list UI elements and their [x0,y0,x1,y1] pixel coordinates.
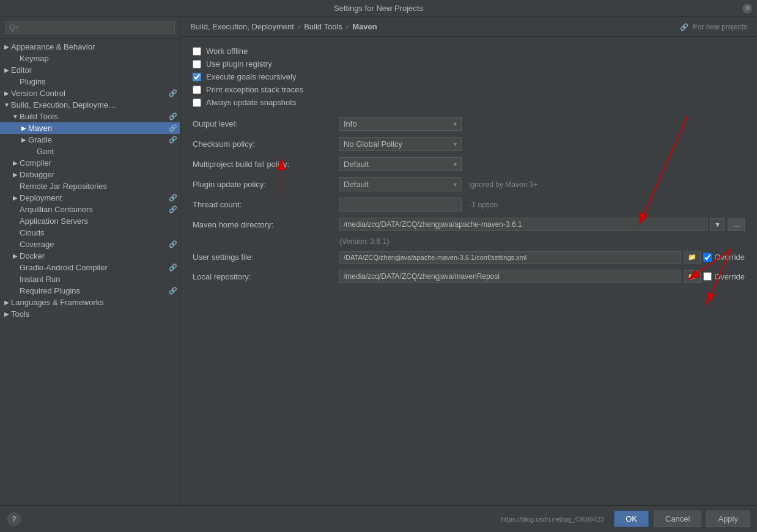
thread-count-control: -T option [339,198,745,212]
sidebar-item-label: Instant Run [20,275,177,284]
checksum-policy-select[interactable]: No Global PolicyFailWarnIgnore [339,137,462,151]
checkbox-label-work-offline[interactable]: Work offline [206,46,248,56]
maven-home-dropdown-btn[interactable]: ▼ [710,218,725,231]
help-button[interactable]: ? [7,512,21,526]
right-panel: Build, Execution, Deployment › Build Too… [180,17,757,505]
local-repo-control: /media/zcq/DATA/ZCQ/zhengjava/mavenRepos… [339,270,745,283]
checksum-policy-row: Checksum policy: No Global PolicyFailWar… [193,137,745,151]
local-repo-override-checkbox[interactable] [703,272,712,281]
checkbox-print-exceptions[interactable] [193,86,201,94]
checkbox-execute-goals[interactable] [193,73,201,81]
multiproject-fail-select[interactable]: DefaultFail At EndFail FastNever [339,157,462,171]
user-settings-override-checkbox[interactable] [703,253,712,262]
search-input[interactable] [5,21,175,34]
sidebar-item-gradle[interactable]: ▶Gradle🔗 [0,134,180,146]
url-text: https://blog.csdn.net/qq_43666423 [501,515,604,523]
main-content: ▶Appearance & BehaviorKeymap▶EditorPlugi… [0,17,757,505]
sidebar-item-maven[interactable]: ▶Maven🔗 [0,122,180,134]
sidebar-item-label: Docker [20,251,177,260]
sidebar-item-label: Required Plugins [20,286,166,295]
sidebar: ▶Appearance & BehaviorKeymap▶EditorPlugi… [0,17,180,505]
arrow-icon [11,287,20,295]
sidebar-item-version-control[interactable]: ▶Version Control🔗 [0,87,180,99]
sidebar-item-required-plugins[interactable]: Required Plugins🔗 [0,285,180,297]
output-level-row: Output level: InfoDebugQuiet [193,117,745,131]
arrow-icon: ▶ [11,194,20,202]
sidebar-item-debugger[interactable]: ▶Debugger [0,169,180,180]
sidebar-item-gradle-android[interactable]: Gradle-Android Compiler🔗 [0,262,180,273]
maven-home-browse-btn[interactable]: ... [728,218,745,231]
sidebar-item-keymap[interactable]: Keymap [0,53,180,64]
checkbox-always-update[interactable] [193,98,201,107]
user-settings-label: User settings file: [193,253,339,262]
link-icon: 🔗 [169,240,177,248]
link-icon: 🔗 [169,136,177,144]
link-icon: 🔗 [169,124,177,132]
arrow-icon: ▶ [2,43,11,51]
checkbox-row-always-update: Always update snapshots [193,98,745,107]
sidebar-item-languages[interactable]: ▶Languages & Frameworks [0,297,180,308]
sidebar-item-editor[interactable]: ▶Editor [0,64,180,76]
breadcrumb-part-0: Build, Execution, Deployment [190,22,294,31]
output-level-select[interactable]: InfoDebugQuiet [339,117,462,131]
cancel-button[interactable]: Cancel [654,511,701,527]
checkbox-label-always-update[interactable]: Always update snapshots [206,98,296,107]
local-repo-override-label[interactable]: Override [714,272,745,281]
local-repo-browse-btn[interactable]: 📁 [684,270,701,283]
user-settings-override-label[interactable]: Override [714,253,745,262]
link-icon: 🔗 [169,194,177,202]
sidebar-item-label: Tools [11,309,177,319]
checkbox-label-plugin-registry[interactable]: Use plugin registry [206,59,272,68]
sidebar-item-remote-jar[interactable]: Remote Jar Repositories [0,180,180,192]
sidebar-item-clouds[interactable]: Clouds [0,227,180,238]
local-repo-row: Local repository: /media/zcq/DATA/ZCQ/zh… [193,270,745,283]
for-new-projects: 🔗 For new projects [680,23,747,31]
sidebar-item-deployment[interactable]: ▶Deployment🔗 [0,192,180,204]
sidebar-item-gant[interactable]: Gant [0,146,180,157]
local-repo-path: /media/zcq/DATA/ZCQ/zhengjava/mavenRepos… [339,270,681,283]
sidebar-item-coverage[interactable]: Coverage🔗 [0,238,180,250]
ok-button[interactable]: OK [614,511,649,527]
arrow-icon: ▶ [11,159,20,168]
arrow-icon [11,205,20,214]
thread-count-input[interactable] [339,198,462,212]
sidebar-item-label: Build Tools [20,112,166,121]
sidebar-item-arquillian[interactable]: Arquillian Containers🔗 [0,204,180,215]
checkbox-plugin-registry[interactable] [193,60,201,68]
arrow-icon [11,78,20,86]
sidebar-item-plugins[interactable]: Plugins [0,76,180,87]
checkbox-label-print-exceptions[interactable]: Print exception stack traces [206,85,303,94]
sidebar-item-label: Maven [28,124,166,133]
sidebar-item-label: Debugger [20,170,177,179]
sidebar-item-appearance[interactable]: ▶Appearance & Behavior [0,41,180,53]
breadcrumb-sep-1: › [346,22,349,31]
arrow-icon: ▶ [2,66,11,75]
plugin-update-row: Plugin update policy: DefaultForceNever … [193,177,745,191]
checksum-policy-control: No Global PolicyFailWarnIgnore [339,137,745,151]
sidebar-item-build-execution[interactable]: ▼Build, Execution, Deployme… [0,99,180,111]
user-settings-browse-btn[interactable]: 📁 [684,251,701,264]
thread-count-note: -T option [469,201,498,209]
sidebar-item-build-tools[interactable]: ▼Build Tools🔗 [0,111,180,122]
maven-home-label: Maven home directory: [193,220,339,229]
sidebar-item-app-servers[interactable]: Application Servers [0,215,180,227]
title-bar: Settings for New Projects ✕ [0,0,757,17]
sidebar-item-tools[interactable]: ▶Tools [0,308,180,320]
apply-button[interactable]: Apply [706,511,750,527]
local-repo-label: Local repository: [193,272,339,281]
sidebar-item-label: Arquillian Containers [20,205,166,214]
maven-home-row: Maven home directory: /media/zcq/DATA/ZC… [193,218,745,231]
sidebar-item-label: Plugins [20,77,177,86]
plugin-update-select[interactable]: DefaultForceNever [339,177,462,191]
output-level-label: Output level: [193,119,339,128]
sidebar-item-docker[interactable]: ▶Docker [0,250,180,262]
close-button[interactable]: ✕ [742,4,752,13]
sidebar-item-compiler[interactable]: ▶Compiler [0,157,180,169]
multiproject-fail-select-wrap: DefaultFail At EndFail FastNever [339,157,462,171]
checkboxes-section: Work offlineUse plugin registryExecute g… [193,46,745,107]
sidebar-item-instant-run[interactable]: Instant Run [0,273,180,285]
checkbox-label-execute-goals[interactable]: Execute goals recursively [206,72,296,81]
sidebar-item-label: Gradle-Android Compiler [20,263,166,272]
output-level-select-wrap: InfoDebugQuiet [339,117,462,131]
checkbox-work-offline[interactable] [193,47,201,56]
